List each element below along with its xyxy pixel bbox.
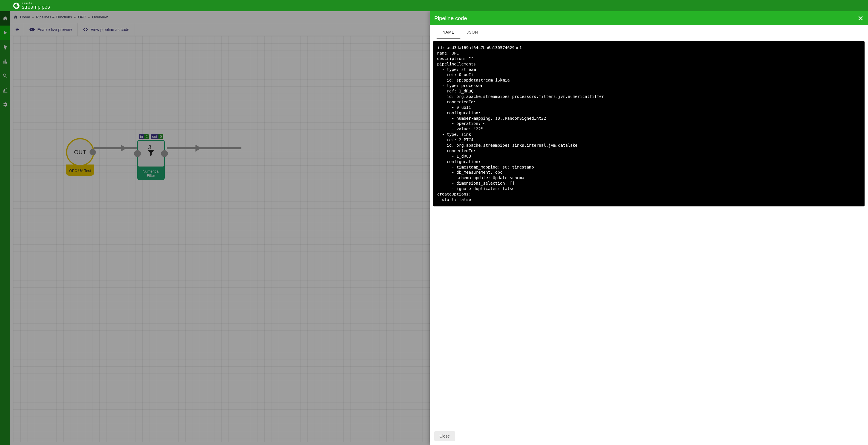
tab-json[interactable]: JSON <box>460 25 484 39</box>
tab-yaml[interactable]: YAML <box>437 25 460 39</box>
close-icon[interactable]: ✕ <box>858 15 863 22</box>
drawer-tabs: YAML JSON <box>430 25 868 39</box>
close-button[interactable]: Close <box>434 431 455 441</box>
top-header: apache streampipes <box>0 0 868 11</box>
logo[interactable]: apache streampipes <box>12 2 50 9</box>
code-block[interactable]: id: acd3daf69af64c7ba6a130574629ae1f nam… <box>433 41 865 206</box>
drawer-title: Pipeline code <box>434 15 467 22</box>
logo-name-text: streampipes <box>22 4 50 9</box>
pipeline-code-drawer: Pipeline code ✕ YAML JSON id: acd3daf69a… <box>430 11 868 445</box>
logo-icon <box>12 2 20 9</box>
logo-apache-text: apache <box>22 2 50 4</box>
drawer-header: Pipeline code ✕ <box>430 11 868 25</box>
